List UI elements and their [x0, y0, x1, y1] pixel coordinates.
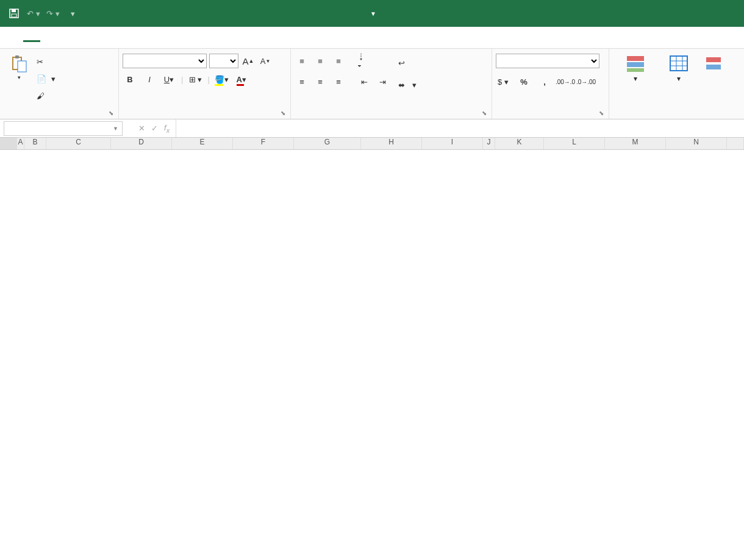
name-box[interactable]: ▼	[4, 121, 123, 136]
cut-button[interactable]: ✂	[37, 54, 55, 69]
qat-customize-icon[interactable]: ▾	[63, 4, 82, 23]
font-launcher-icon[interactable]: ⬊	[281, 110, 285, 116]
worksheet: A B C D E F G H I J K L M N	[0, 138, 744, 150]
formula-bar: ▼ ✕ ✓ fx	[0, 119, 744, 138]
workbook-title[interactable]: ▼	[368, 10, 376, 17]
font-color-button[interactable]: A ▾	[234, 72, 249, 87]
svg-rect-7	[627, 62, 644, 67]
bold-button[interactable]: B	[123, 72, 137, 87]
svg-rect-2	[12, 14, 16, 17]
wrap-text-button[interactable]: ↩	[398, 55, 417, 71]
comma-format-icon[interactable]: ,	[537, 74, 552, 89]
menu-review[interactable]	[115, 34, 132, 41]
brush-icon: 🖌	[37, 91, 45, 101]
align-right-icon[interactable]: ≡	[331, 74, 346, 89]
menu-bar	[0, 27, 744, 49]
decrease-font-icon[interactable]: A▼	[258, 54, 273, 68]
increase-decimal-icon[interactable]: .00→.0	[558, 74, 573, 89]
cancel-formula-icon[interactable]: ✕	[138, 124, 145, 133]
scissors-icon: ✂	[37, 57, 43, 66]
undo-icon[interactable]: ↶ ▾	[24, 4, 43, 23]
border-button[interactable]: ⊞ ▾	[188, 72, 202, 87]
titlebar: ↶ ▾ ↷ ▾ ▾ ▼	[0, 0, 744, 27]
svg-rect-6	[627, 56, 644, 61]
format-as-table-button[interactable]: ▾	[660, 51, 697, 83]
accounting-format-icon[interactable]: $ ▾	[496, 74, 510, 89]
fill-color-button[interactable]: 🪣 ▾	[215, 72, 229, 87]
copy-button[interactable]: 📄 ▾	[37, 71, 55, 87]
redo-icon[interactable]: ↷ ▾	[44, 4, 62, 23]
fx-icon[interactable]: fx	[164, 123, 170, 134]
copy-icon: 📄	[37, 74, 46, 83]
cell-styles-button[interactable]	[700, 51, 728, 74]
svg-rect-9	[670, 56, 687, 71]
font-name-select[interactable]	[123, 54, 207, 68]
svg-rect-15	[706, 65, 721, 69]
menu-view[interactable]	[133, 34, 150, 41]
orientation-icon[interactable]: ⭭ ▾	[357, 54, 371, 68]
accept-formula-icon[interactable]: ✓	[151, 124, 158, 133]
alignment-launcher-icon[interactable]: ⬊	[482, 110, 487, 116]
menu-help[interactable]	[170, 34, 187, 41]
save-icon[interactable]	[5, 4, 23, 23]
menu-formulas[interactable]	[78, 34, 95, 41]
decrease-indent-icon[interactable]: ⇤	[357, 74, 371, 89]
conditional-formatting-button[interactable]: ▾	[613, 51, 657, 83]
menu-insert[interactable]	[41, 34, 59, 41]
align-bottom-icon[interactable]: ≡	[331, 54, 346, 68]
increase-indent-icon[interactable]: ⇥	[375, 74, 390, 89]
formula-input[interactable]	[176, 119, 744, 137]
align-center-icon[interactable]: ≡	[313, 74, 327, 89]
menu-pagelayout[interactable]	[60, 34, 77, 41]
italic-button[interactable]: I	[142, 72, 157, 87]
wrap-icon: ↩	[398, 58, 405, 68]
menu-home[interactable]	[23, 33, 40, 42]
clipboard-launcher-icon[interactable]: ⬊	[109, 110, 113, 116]
align-middle-icon[interactable]: ≡	[313, 54, 327, 68]
number-launcher-icon[interactable]: ⬊	[599, 110, 604, 116]
svg-rect-4	[15, 55, 19, 58]
svg-rect-1	[12, 9, 16, 12]
underline-button[interactable]: U ▾	[162, 72, 176, 87]
menu-developer[interactable]	[151, 34, 168, 41]
increase-font-icon[interactable]: A▲	[241, 54, 256, 68]
decrease-decimal-icon[interactable]: .0→.00	[579, 74, 593, 89]
menu-data[interactable]	[96, 34, 113, 41]
svg-rect-5	[18, 61, 26, 72]
menu-file[interactable]	[5, 34, 22, 41]
svg-rect-14	[706, 57, 721, 62]
merge-center-button[interactable]: ⬌ ▾	[398, 77, 417, 93]
align-left-icon[interactable]: ≡	[295, 74, 309, 89]
number-format-select[interactable]	[496, 54, 599, 68]
ribbon: ▾ ✂ 📄 ▾ 🖌 ⬊ A▲ A▼ B I U ▾ | ⊞ ▾	[0, 49, 744, 119]
format-painter-button[interactable]: 🖌	[37, 88, 55, 104]
percent-format-icon[interactable]: %	[517, 74, 531, 89]
svg-rect-8	[627, 68, 644, 72]
font-size-select[interactable]	[209, 54, 238, 68]
paste-button[interactable]: ▾	[4, 51, 34, 80]
merge-icon: ⬌	[398, 80, 405, 90]
align-top-icon[interactable]: ≡	[295, 54, 309, 68]
